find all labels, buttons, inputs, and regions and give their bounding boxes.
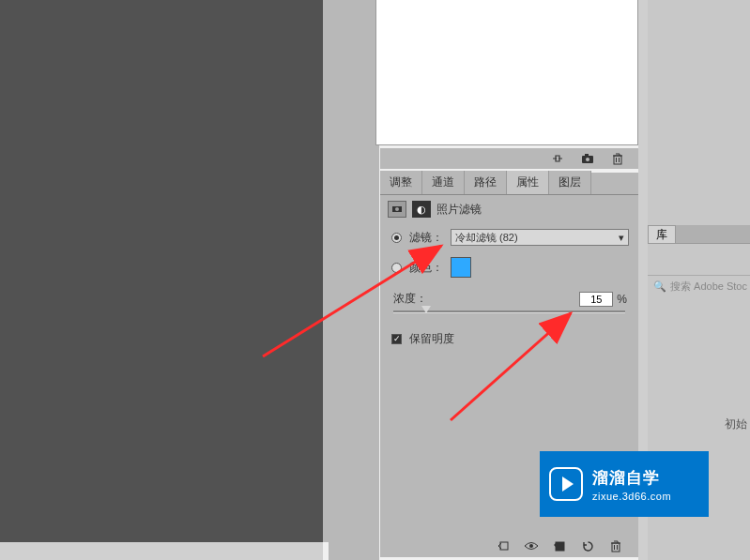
slider-handle[interactable]: [421, 306, 431, 313]
watermark-play-icon: [549, 467, 583, 501]
density-row: 浓度： %: [380, 283, 638, 307]
library-tabstrip: [676, 225, 750, 244]
density-unit: %: [617, 293, 627, 306]
filter-row: 滤镜： 冷却滤镜 (82) ▾: [380, 223, 638, 251]
watermark-url: zixue.3d66.com: [592, 491, 671, 502]
trash-icon[interactable]: [608, 539, 623, 552]
search-icon: 🔍: [653, 280, 666, 293]
tab-library[interactable]: 库: [648, 225, 676, 244]
panel-tabs: 调整 通道 路径 属性 图层: [380, 173, 638, 195]
properties-header: ◐ 照片滤镜: [380, 195, 638, 223]
eye-icon[interactable]: [524, 539, 539, 552]
density-label: 浓度：: [393, 291, 427, 307]
svg-point-1: [586, 158, 589, 161]
filter-value: 冷却滤镜 (82): [455, 231, 518, 245]
layer-preview-panel: [375, 0, 638, 145]
color-row: 颜色：: [380, 251, 638, 283]
adjustment-icon[interactable]: [388, 201, 406, 218]
prev-state-icon[interactable]: [552, 539, 567, 552]
trash-icon[interactable]: [610, 152, 625, 165]
color-swatch[interactable]: [451, 257, 471, 278]
library-init-text: 初始: [725, 416, 747, 432]
clip-icon[interactable]: [496, 539, 511, 552]
density-slider[interactable]: [393, 310, 625, 312]
tab-adjust[interactable]: 调整: [380, 171, 422, 194]
watermark-title: 溜溜自学: [592, 467, 671, 489]
svg-rect-3: [614, 156, 621, 164]
svg-rect-8: [556, 542, 564, 551]
tab-path[interactable]: 路径: [465, 171, 507, 194]
preserve-label: 保留明度: [409, 331, 454, 347]
filter-select[interactable]: 冷却滤镜 (82) ▾: [451, 229, 629, 246]
adobe-stock-search[interactable]: 🔍 搜索 Adobe Stoc: [648, 280, 750, 294]
canvas-statusbar: [0, 542, 323, 560]
svg-rect-9: [612, 543, 620, 552]
camera-icon[interactable]: [580, 152, 595, 165]
watermark: 溜溜自学 zixue.3d66.com: [540, 451, 709, 517]
library-search-input[interactable]: [648, 260, 750, 271]
library-search-row: [648, 255, 750, 276]
preserve-row: ✓ 保留明度: [380, 325, 638, 353]
svg-point-5: [395, 207, 399, 211]
density-input[interactable]: [579, 292, 613, 307]
color-label: 颜色：: [409, 260, 443, 276]
link-icon[interactable]: [550, 152, 565, 165]
document-canvas[interactable]: [0, 0, 323, 542]
panel-gutter-left: [329, 0, 379, 560]
chevron-down-icon: ▾: [619, 232, 624, 244]
tab-channel[interactable]: 通道: [422, 171, 465, 194]
color-radio[interactable]: [391, 263, 402, 273]
filter-label: 滤镜：: [409, 230, 443, 246]
tab-property[interactable]: 属性: [507, 171, 549, 194]
svg-rect-2: [585, 154, 589, 156]
reset-icon[interactable]: [580, 539, 595, 552]
tab-layer[interactable]: 图层: [549, 171, 591, 194]
properties-footer: [380, 535, 638, 557]
mask-icon[interactable]: ◐: [412, 201, 431, 218]
filter-radio[interactable]: [391, 233, 402, 243]
adobe-stock-label: 搜索 Adobe Stoc: [670, 280, 747, 294]
layer-preview-toolbar: [380, 148, 638, 169]
properties-title: 照片滤镜: [436, 202, 482, 218]
svg-point-7: [529, 544, 533, 548]
preserve-checkbox[interactable]: ✓: [391, 334, 402, 344]
